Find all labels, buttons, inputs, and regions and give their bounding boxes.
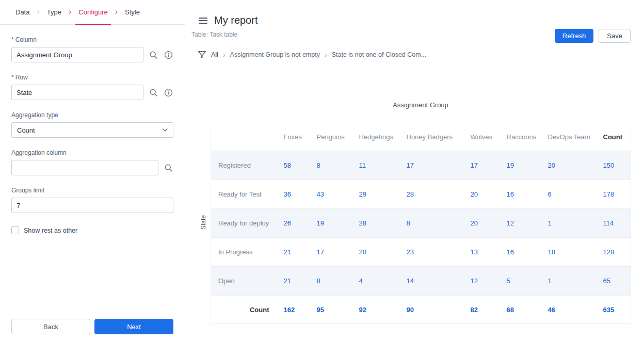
pivot-cell[interactable]: 114 — [596, 209, 631, 238]
filter-condition[interactable]: Assignment Group is not empty — [230, 51, 320, 58]
step-style[interactable]: Style — [125, 0, 140, 25]
pivot-total-cell[interactable]: 82 — [463, 296, 500, 324]
header-actions: Refresh Save — [555, 29, 631, 43]
pivot-total-cell[interactable]: 68 — [500, 296, 541, 324]
pivot-cell[interactable]: 4 — [352, 267, 399, 296]
pivot-col-header: Hedgehogs — [352, 123, 399, 151]
configure-form: *Column *Row — [0, 25, 185, 234]
pivot-cell[interactable]: 29 — [352, 180, 399, 209]
step-data[interactable]: Data — [15, 0, 29, 25]
pivot-cell[interactable]: 28 — [352, 209, 399, 238]
pivot-row-label: Ready for Test — [211, 180, 277, 209]
row-info-icon[interactable] — [163, 87, 173, 98]
pivot-cell[interactable]: 21 — [277, 238, 310, 267]
pivot-total-cell[interactable]: 635 — [596, 296, 631, 324]
pivot-row: In Progress21172023131618128 — [211, 238, 631, 267]
column-search-icon[interactable] — [148, 50, 158, 60]
pivot-cell[interactable]: 178 — [596, 180, 631, 209]
pivot-cell[interactable]: 12 — [463, 267, 500, 296]
pivot-col-header: DevOps Team — [541, 123, 596, 151]
pivot-cell[interactable]: 8 — [310, 151, 352, 180]
pivot-cell[interactable]: 58 — [277, 151, 310, 180]
pivot-row: Ready for deploy261928820121114 — [211, 209, 631, 238]
pivot-cell[interactable]: 23 — [399, 238, 463, 267]
pivot-cell[interactable]: 26 — [277, 209, 310, 238]
row-input[interactable] — [11, 85, 143, 100]
pivot-col-header: Foxes — [277, 123, 310, 151]
pivot-cell[interactable]: 17 — [310, 238, 352, 267]
pivot-cell[interactable]: 5 — [500, 267, 541, 296]
filter-funnel-icon[interactable] — [198, 51, 206, 59]
pivot-cell[interactable]: 6 — [541, 180, 596, 209]
filter-condition[interactable]: State is not one of Closed Com... — [332, 51, 426, 58]
aggregation-type-select[interactable]: Count — [11, 122, 173, 138]
pivot-col-header: Raccoons — [500, 123, 541, 151]
pivot-cell[interactable]: 11 — [352, 151, 399, 180]
pivot-header-row: FoxesPenguinsHedgehogsHoney BadgersWolve… — [211, 123, 631, 151]
pivot-cell[interactable]: 43 — [310, 180, 352, 209]
pivot-table-container: State FoxesPenguinsHedgehogsHoney Badger… — [211, 123, 644, 324]
groups-limit-label: Groups limit — [11, 187, 173, 194]
pivot-cell[interactable]: 128 — [596, 238, 631, 267]
pivot-total-cell[interactable]: 90 — [399, 296, 463, 324]
column-info-icon[interactable] — [163, 50, 173, 60]
config-sidebar: Data › Type › Configure › Style *Column — [0, 0, 185, 341]
pivot-cell[interactable]: 21 — [277, 267, 310, 296]
pivot-cell[interactable]: 20 — [352, 238, 399, 267]
pivot-cell[interactable]: 65 — [596, 267, 631, 296]
next-button[interactable]: Next — [94, 319, 173, 334]
aggregation-column-field: Aggregation column — [11, 149, 173, 175]
pivot-total-cell[interactable]: 46 — [541, 296, 596, 324]
step-configure[interactable]: Configure — [78, 0, 107, 25]
pivot-cell[interactable]: 19 — [500, 151, 541, 180]
pivot-cell[interactable]: 36 — [277, 180, 310, 209]
show-rest-checkbox[interactable] — [11, 226, 19, 234]
pivot-row-label: Ready for deploy — [211, 209, 277, 238]
step-type[interactable]: Type — [47, 0, 61, 25]
column-field-label-text: Column — [15, 36, 37, 43]
filter-breadcrumb: All › Assignment Group is not empty › St… — [198, 51, 644, 59]
pivot-total-cell[interactable]: 95 — [310, 296, 352, 324]
pivot-cell[interactable]: 8 — [310, 267, 352, 296]
pivot-row-axis-title: State — [200, 207, 207, 238]
pivot-footer-label: Count — [211, 296, 277, 324]
pivot-cell[interactable]: 20 — [463, 180, 500, 209]
column-input[interactable] — [11, 47, 143, 62]
filter-item-all[interactable]: All — [211, 51, 218, 58]
pivot-cell[interactable]: 20 — [541, 151, 596, 180]
pivot-cell[interactable]: 16 — [500, 238, 541, 267]
pivot-cell[interactable]: 8 — [399, 209, 463, 238]
groups-limit-input[interactable] — [11, 198, 173, 213]
pivot-cell[interactable]: 16 — [500, 180, 541, 209]
pivot-row-label: Open — [211, 267, 277, 296]
report-header: My report — [198, 14, 644, 26]
aggregation-column-input[interactable] — [11, 160, 158, 175]
pivot-cell[interactable]: 13 — [463, 238, 500, 267]
aggregation-type-label: Aggregation type — [11, 111, 173, 119]
pivot-cell[interactable]: 1 — [541, 267, 596, 296]
row-search-icon[interactable] — [148, 87, 158, 98]
pivot-cell[interactable]: 20 — [463, 209, 500, 238]
pivot-cell[interactable]: 150 — [596, 151, 631, 180]
step-chevron-icon: › — [37, 8, 39, 16]
pivot-row: Registered5881117171920150 — [211, 151, 631, 180]
pivot-total-cell[interactable]: 92 — [352, 296, 399, 324]
pivot-cell[interactable]: 12 — [500, 209, 541, 238]
pivot-cell[interactable]: 1 — [541, 209, 596, 238]
chevron-right-icon: › — [325, 51, 327, 59]
column-field-label: *Column — [11, 36, 173, 43]
pivot-total-cell[interactable]: 162 — [277, 296, 310, 324]
row-field: *Row — [11, 74, 173, 100]
pivot-cell[interactable]: 28 — [399, 180, 463, 209]
pivot-column-axis-title: Assignment Group — [211, 101, 631, 109]
save-button[interactable]: Save — [599, 29, 631, 43]
menu-icon[interactable] — [198, 17, 208, 25]
back-button[interactable]: Back — [11, 319, 90, 334]
refresh-button[interactable]: Refresh — [555, 29, 594, 43]
pivot-cell[interactable]: 17 — [399, 151, 463, 180]
aggregation-column-search-icon[interactable] — [163, 163, 173, 173]
pivot-cell[interactable]: 14 — [399, 267, 463, 296]
pivot-cell[interactable]: 18 — [541, 238, 596, 267]
pivot-cell[interactable]: 19 — [310, 209, 352, 238]
pivot-cell[interactable]: 17 — [463, 151, 500, 180]
